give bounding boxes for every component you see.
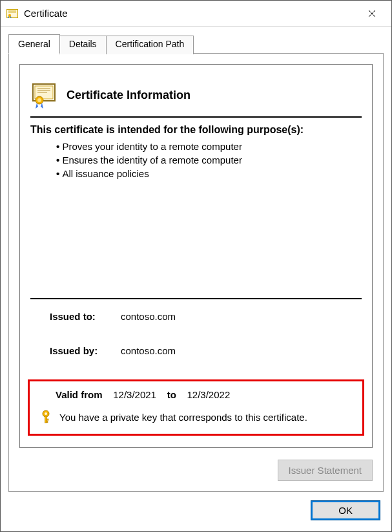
titlebar: Certificate xyxy=(1,1,391,27)
validity-highlight-box: Valid from 12/3/2021 to 12/3/2022 xyxy=(28,379,364,436)
valid-to-value: 12/3/2022 xyxy=(187,389,231,400)
svg-point-14 xyxy=(45,412,47,415)
private-key-row: You have a private key that corresponds … xyxy=(36,409,356,425)
tab-general[interactable]: General xyxy=(8,34,60,54)
private-key-message: You have a private key that corresponds … xyxy=(59,412,307,423)
issued-by-label: Issued by: xyxy=(50,345,121,356)
divider xyxy=(30,116,362,118)
key-icon xyxy=(40,409,53,425)
valid-from-label: Valid from xyxy=(56,389,103,400)
purpose-item: Proves your identity to a remote compute… xyxy=(56,140,362,153)
issued-to-value: contoso.com xyxy=(121,311,176,322)
issued-to-label: Issued to: xyxy=(50,311,121,322)
tab-details[interactable]: Details xyxy=(59,36,107,54)
dialog-button-bar: OK xyxy=(1,492,391,531)
divider xyxy=(30,298,362,299)
issued-by-value: contoso.com xyxy=(121,345,176,356)
close-icon xyxy=(368,10,376,17)
valid-from-value: 12/3/2021 xyxy=(113,389,156,400)
svg-rect-16 xyxy=(46,419,48,420)
issued-by-row: Issued by: contoso.com xyxy=(30,345,362,356)
close-button[interactable] xyxy=(357,4,386,23)
cert-info-header: Certificate Information xyxy=(30,80,362,110)
issued-to-row: Issued to: contoso.com xyxy=(30,311,362,322)
svg-rect-17 xyxy=(46,421,48,423)
purpose-item: All issuance policies xyxy=(56,167,362,180)
certificate-icon xyxy=(6,8,19,19)
tab-area: General Details Certification Path xyxy=(1,27,391,492)
certificate-large-icon xyxy=(30,80,60,110)
issuer-statement-button: Issuer Statement xyxy=(278,460,373,481)
tab-strip: General Details Certification Path xyxy=(8,34,384,53)
certificate-dialog: Certificate General Details Certificatio… xyxy=(0,0,392,532)
purposes-heading: This certificate is intended for the fol… xyxy=(30,124,362,136)
valid-to-label: to xyxy=(167,389,176,400)
purposes-list: Proves your identity to a remote compute… xyxy=(30,140,362,180)
tab-general-content: Certificate Information This certificate… xyxy=(8,53,384,492)
cert-info-title: Certificate Information xyxy=(67,89,191,102)
validity-row: Valid from 12/3/2021 to 12/3/2022 xyxy=(36,389,356,400)
tab-certification-path[interactable]: Certification Path xyxy=(106,36,194,54)
issuer-button-row: Issuer Statement xyxy=(19,460,373,481)
svg-point-12 xyxy=(37,98,41,102)
ok-button[interactable]: OK xyxy=(311,501,380,520)
purpose-item: Ensures the identity of a remote compute… xyxy=(56,153,362,167)
certificate-info-box: Certificate Information This certificate… xyxy=(19,64,373,448)
window-title: Certificate xyxy=(24,8,357,19)
